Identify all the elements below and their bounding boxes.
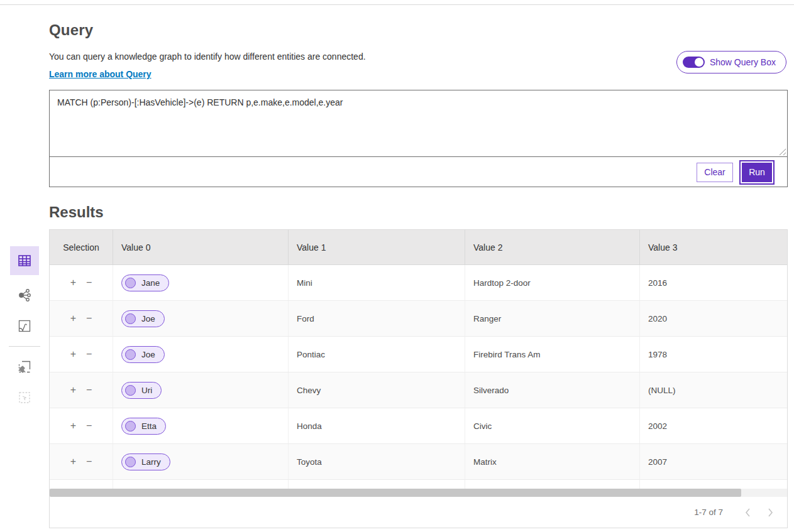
entity-pill-label: Etta — [141, 421, 157, 431]
entity-pill-label: Larry — [141, 457, 161, 467]
entity-pill[interactable]: Larry — [121, 453, 170, 470]
entity-dot-icon — [125, 421, 136, 432]
horizontal-scrollbar-thumb[interactable] — [50, 489, 741, 497]
selection-view-button — [14, 387, 35, 408]
toggle-knob — [695, 58, 703, 67]
map-view-button[interactable] — [14, 315, 35, 337]
query-section: Query You can query a knowledge graph to… — [49, 21, 788, 80]
toggle-label: Show Query Box — [710, 57, 776, 67]
entity-cell: Joe — [113, 337, 289, 372]
column-header: Value 0 — [113, 230, 289, 264]
selection-cell: + − — [50, 301, 113, 336]
value-cell: Mini — [289, 265, 465, 300]
table-row: + − Joe Ford Ranger 2020 — [50, 301, 787, 337]
show-query-box-toggle[interactable]: Show Query Box — [676, 51, 786, 73]
selection-cell: + − — [50, 408, 113, 443]
entity-pill[interactable]: Etta — [121, 418, 166, 435]
remove-from-selection-button[interactable]: − — [86, 349, 92, 359]
entity-pill-label: Joe — [141, 350, 155, 359]
results-footer: 1-7 of 7 — [50, 497, 787, 528]
value-cell: Toyota — [289, 444, 465, 479]
value-cell: Matrix — [465, 444, 640, 479]
results-panel: SelectionValue 0Value 1Value 2Value 3 + … — [49, 229, 788, 528]
view-switcher-divider — [9, 346, 40, 347]
entity-dot-icon — [125, 278, 136, 288]
results-title: Results — [49, 204, 104, 221]
previous-page-button[interactable] — [739, 504, 756, 521]
selection-cell: + − — [50, 480, 113, 489]
add-to-selection-button[interactable]: + — [70, 457, 76, 467]
value-cell: Silverado — [465, 372, 640, 408]
entity-dot-icon — [125, 349, 136, 360]
table-row: + − — [50, 480, 787, 489]
value-cell: Firebird Trans Am — [465, 337, 640, 372]
value-cell: 1978 — [640, 337, 787, 372]
entity-pill[interactable]: Uri — [121, 382, 162, 399]
new-map-view-button[interactable] — [14, 356, 35, 377]
selection-icon — [17, 390, 32, 405]
chevron-right-icon — [768, 508, 773, 517]
value-cell: 2020 — [640, 301, 787, 336]
column-header: Value 2 — [465, 230, 640, 264]
entity-dot-icon — [125, 457, 136, 467]
table-view-button[interactable] — [10, 246, 39, 275]
resize-handle[interactable] — [778, 147, 786, 155]
query-buttons-row: Clear Run — [50, 157, 787, 187]
add-to-selection-button[interactable]: + — [70, 421, 76, 431]
remove-from-selection-button[interactable]: − — [86, 457, 92, 467]
value-cell: Ranger — [465, 301, 640, 336]
value-cell: 2002 — [640, 408, 787, 443]
entity-pill-label: Uri — [141, 386, 152, 395]
page-title: Query — [49, 21, 788, 39]
entity-cell: Joe — [113, 301, 289, 336]
remove-from-selection-button[interactable]: − — [86, 385, 92, 395]
entity-pill[interactable]: Joe — [121, 310, 165, 327]
table-row: + − Larry Toyota Matrix 2007 — [50, 444, 787, 480]
results-table-body: + − Jane Mini Hardtop 2-door 2016 + − Jo… — [50, 265, 787, 489]
results-table-header: SelectionValue 0Value 1Value 2Value 3 — [50, 230, 787, 265]
column-header: Value 1 — [289, 230, 465, 264]
selection-cell: + − — [50, 337, 113, 372]
entity-pill[interactable]: Joe — [121, 346, 165, 363]
column-header: Value 3 — [640, 230, 787, 264]
value-cell: Honda — [289, 408, 465, 443]
entity-pill-label: Jane — [141, 278, 160, 288]
value-cell: 2007 — [640, 444, 787, 479]
add-to-selection-button[interactable]: + — [70, 349, 76, 359]
next-page-button[interactable] — [762, 504, 778, 521]
entity-dot-icon — [125, 385, 136, 396]
add-to-selection-button[interactable]: + — [70, 278, 76, 288]
new-map-icon — [17, 359, 32, 374]
add-to-selection-button[interactable]: + — [70, 313, 76, 323]
value-cell: Pontiac — [289, 337, 465, 372]
value-cell — [465, 480, 640, 489]
toggle-switch-icon[interactable] — [683, 57, 705, 68]
clear-button[interactable]: Clear — [697, 163, 733, 182]
query-box: MATCH (p:Person)-[:HasVehicle]->(e) RETU… — [49, 90, 788, 187]
remove-from-selection-button[interactable]: − — [86, 278, 92, 288]
query-text: MATCH (p:Person)-[:HasVehicle]->(e) RETU… — [57, 97, 343, 107]
selection-cell: + − — [50, 444, 113, 479]
remove-from-selection-button[interactable]: − — [86, 421, 92, 431]
selection-cell: + − — [50, 372, 113, 408]
value-cell: (NULL) — [640, 372, 787, 408]
value-cell: Civic — [465, 408, 640, 443]
value-cell: 2016 — [640, 265, 787, 300]
view-switcher — [9, 246, 40, 408]
entity-cell: Larry — [113, 444, 289, 479]
run-button[interactable]: Run — [742, 163, 772, 182]
link-chart-view-button[interactable] — [14, 285, 35, 306]
remove-from-selection-button[interactable]: − — [86, 313, 92, 323]
add-to-selection-button[interactable]: + — [70, 385, 76, 395]
learn-more-link[interactable]: Learn more about Query — [49, 69, 152, 79]
entity-pill-label: Joe — [141, 314, 155, 323]
entity-pill[interactable]: Jane — [121, 274, 169, 291]
link-chart-icon — [17, 288, 32, 303]
table-row: + − Jane Mini Hardtop 2-door 2016 — [50, 265, 787, 301]
entity-dot-icon — [125, 313, 136, 324]
entity-cell — [113, 480, 289, 489]
table-row: + − Joe Pontiac Firebird Trans Am 1978 — [50, 337, 787, 372]
value-cell: Ford — [289, 301, 465, 336]
horizontal-scrollbar[interactable] — [50, 489, 787, 497]
query-input[interactable]: MATCH (p:Person)-[:HasVehicle]->(e) RETU… — [50, 90, 787, 157]
